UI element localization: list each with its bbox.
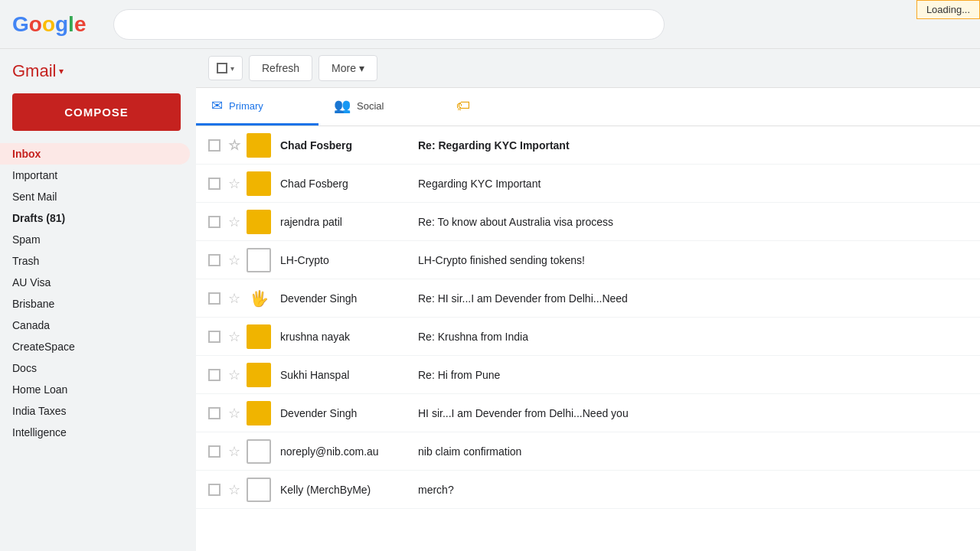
email-subject: Re: Regarding KYC Important [418, 139, 968, 152]
row-checkbox[interactable] [208, 407, 220, 419]
email-subject: Re: To know about Australia visa process [418, 216, 968, 228]
tab-primary[interactable]: ✉ Primary [196, 88, 318, 126]
sidebar-item-india-taxes[interactable]: India Taxes [0, 400, 190, 422]
table-row[interactable]: ☆Devender SinghHI sir...I am Devender fr… [196, 394, 980, 432]
table-row[interactable]: ☆Sukhi HanspalRe: Hi from Pune [196, 356, 980, 394]
email-subject: HI sir...I am Devender from Delhi...Need… [418, 407, 968, 419]
email-subject: nib claim confirmation [418, 445, 968, 458]
row-checkbox[interactable] [208, 254, 220, 266]
table-row[interactable]: ☆rajendra patilRe: To know about Austral… [196, 203, 980, 241]
tab-social[interactable]: 👥 Social [318, 88, 441, 126]
sidebar-item-trash[interactable]: Trash [0, 250, 190, 272]
app-body: Gmail ▾ COMPOSE InboxImportantSent MailD… [0, 49, 980, 551]
toolbar: ▾ Refresh More ▾ [196, 49, 980, 88]
star-icon[interactable]: ☆ [228, 137, 240, 154]
header: Google Loading... [0, 0, 980, 49]
sidebar-item-home-loan[interactable]: Home Loan [0, 379, 190, 400]
tabs-bar: ✉ Primary 👥 Social 🏷 [196, 88, 980, 126]
avatar [247, 478, 271, 502]
avatar [247, 439, 271, 464]
email-subject: Re: Krushna from India [418, 331, 968, 343]
table-row[interactable]: ☆Kelly (MerchByMe)merch? [196, 471, 980, 509]
folder-icon [247, 401, 271, 425]
sidebar-item-inbox[interactable]: Inbox [0, 143, 190, 165]
email-sender: rajendra patil [280, 216, 418, 228]
select-caret-icon: ▾ [230, 64, 234, 73]
sidebar: Gmail ▾ COMPOSE InboxImportantSent MailD… [0, 49, 196, 551]
sidebar-item-drafts[interactable]: Drafts (81) [0, 207, 190, 229]
tag-icon: 🏷 [456, 98, 470, 114]
row-checkbox[interactable] [208, 445, 220, 458]
email-sender: Devender Singh [280, 407, 418, 419]
folder-icon [247, 210, 271, 234]
more-label: More [332, 62, 356, 74]
more-button[interactable]: More ▾ [318, 55, 377, 81]
sidebar-item-important[interactable]: Important [0, 165, 190, 186]
sidebar-item-au-visa[interactable]: AU Visa [0, 272, 190, 293]
table-row[interactable]: ☆noreply@nib.com.aunib claim confirmatio… [196, 432, 980, 471]
hand-cursor-icon: 🖐 [247, 286, 271, 311]
email-sender: noreply@nib.com.au [280, 445, 418, 458]
compose-button[interactable]: COMPOSE [12, 93, 181, 131]
avatar [247, 248, 271, 272]
row-checkbox[interactable] [208, 331, 220, 343]
row-checkbox[interactable] [208, 139, 220, 152]
star-icon[interactable]: ☆ [228, 214, 240, 230]
star-icon[interactable]: ☆ [228, 290, 240, 307]
star-icon[interactable]: ☆ [228, 367, 240, 383]
sidebar-item-docs[interactable]: Docs [0, 357, 190, 379]
folder-icon [247, 363, 271, 387]
email-sender: LH-Crypto [280, 254, 418, 266]
gmail-dropdown-arrow: ▾ [59, 66, 64, 77]
sidebar-item-canada[interactable]: Canada [0, 315, 190, 336]
tab-primary-label: Primary [229, 100, 263, 112]
star-icon[interactable]: ☆ [228, 443, 240, 460]
table-row[interactable]: ☆Chad FosbergRegarding KYC Important [196, 165, 980, 203]
loading-badge: Loading... [916, 0, 980, 19]
sidebar-item-brisbane[interactable]: Brisbane [0, 293, 190, 315]
table-row[interactable]: ☆🖐Devender SinghRe: HI sir...I am Devend… [196, 279, 980, 318]
email-subject: Re: HI sir...I am Devender from Delhi...… [418, 292, 968, 305]
email-sender: Devender Singh [280, 292, 418, 305]
sidebar-item-sent[interactable]: Sent Mail [0, 186, 190, 207]
email-sender: krushna nayak [280, 331, 418, 343]
row-checkbox[interactable] [208, 484, 220, 496]
more-arrow-icon: ▾ [359, 62, 364, 74]
refresh-button[interactable]: Refresh [249, 55, 312, 81]
star-icon[interactable]: ☆ [228, 481, 240, 498]
sidebar-item-intelligence[interactable]: Intelligence [0, 422, 190, 443]
row-checkbox[interactable] [208, 216, 220, 228]
email-subject: Re: Hi from Pune [418, 369, 968, 381]
email-subject: merch? [418, 484, 968, 496]
select-checkbox-button[interactable]: ▾ [208, 56, 243, 80]
row-checkbox[interactable] [208, 178, 220, 190]
inbox-icon: ✉ [211, 97, 223, 114]
row-checkbox[interactable] [208, 369, 220, 381]
star-icon[interactable]: ☆ [228, 175, 240, 192]
folder-icon [247, 133, 271, 158]
table-row[interactable]: ☆krushna nayakRe: Krushna from India [196, 318, 980, 356]
email-list: ☆Chad FosbergRe: Regarding KYC Important… [196, 126, 980, 551]
sidebar-item-createspace[interactable]: CreateSpace [0, 336, 190, 357]
main-content: ▾ Refresh More ▾ ✉ Primary 👥 Social 🏷 ☆C… [196, 49, 980, 551]
email-subject: Regarding KYC Important [418, 178, 968, 190]
checkbox-box [217, 63, 227, 73]
star-icon[interactable]: ☆ [228, 405, 240, 422]
email-sender: Chad Fosberg [280, 178, 418, 190]
nav-list: InboxImportantSent MailDrafts (81)SpamTr… [0, 143, 196, 443]
email-sender: Kelly (MerchByMe) [280, 484, 418, 496]
tab-promotions[interactable]: 🏷 [441, 88, 564, 126]
star-icon[interactable]: ☆ [228, 328, 240, 345]
table-row[interactable]: ☆LH-CryptoLH-Crypto finished sending tok… [196, 241, 980, 279]
row-checkbox[interactable] [208, 292, 220, 305]
search-input[interactable] [113, 9, 665, 40]
sidebar-item-spam[interactable]: Spam [0, 229, 190, 250]
email-sender: Chad Fosberg [280, 139, 418, 152]
folder-icon [247, 324, 271, 349]
gmail-label[interactable]: Gmail ▾ [0, 55, 196, 87]
folder-icon [247, 171, 271, 196]
email-sender: Sukhi Hanspal [280, 369, 418, 381]
table-row[interactable]: ☆Chad FosbergRe: Regarding KYC Important [196, 126, 980, 165]
google-logo: Google [12, 12, 86, 37]
star-icon[interactable]: ☆ [228, 252, 240, 269]
